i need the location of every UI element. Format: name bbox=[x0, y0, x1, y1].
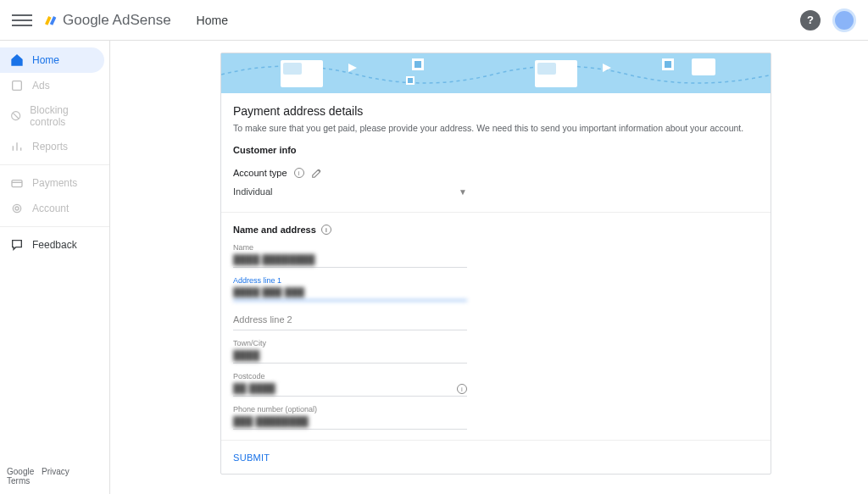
footer-help: ? Need help? Visit our Help Centre. bbox=[220, 475, 771, 494]
help-icon[interactable]: ? bbox=[800, 10, 821, 31]
svg-rect-7 bbox=[415, 61, 421, 68]
town-label: Town/City bbox=[233, 339, 467, 347]
addr1-label: Address line 1 bbox=[233, 276, 467, 285]
account-type-label: Account type bbox=[233, 168, 287, 178]
addr2-input[interactable]: Address line 2 bbox=[233, 309, 467, 330]
town-input[interactable]: ████ bbox=[233, 347, 467, 363]
svg-rect-9 bbox=[408, 78, 413, 83]
sidebar-item-payments[interactable]: Payments bbox=[0, 170, 104, 196]
adsense-logo-icon bbox=[41, 12, 58, 29]
svg-rect-0 bbox=[13, 81, 22, 91]
feedback-icon bbox=[10, 238, 24, 252]
sidebar-item-label: Feedback bbox=[32, 239, 77, 251]
account-avatar[interactable] bbox=[832, 8, 856, 32]
payments-icon bbox=[10, 176, 24, 190]
postcode-label: Postcode bbox=[233, 372, 467, 380]
card-title: Payment address details bbox=[233, 104, 759, 118]
info-icon[interactable]: i bbox=[321, 225, 331, 235]
ads-icon bbox=[10, 79, 24, 92]
footer-link-google[interactable]: Google bbox=[7, 467, 34, 476]
sidebar-divider bbox=[0, 164, 109, 165]
postcode-input[interactable]: ██ ████ bbox=[233, 380, 467, 396]
card-subtitle: To make sure that you get paid, please p… bbox=[233, 123, 759, 133]
sidebar-item-account[interactable]: Account bbox=[0, 196, 104, 221]
sidebar-item-ads[interactable]: Ads bbox=[0, 73, 104, 98]
sidebar-item-label: Payments bbox=[32, 177, 77, 189]
sidebar-item-feedback[interactable]: Feedback bbox=[0, 232, 104, 258]
sidebar-item-label: Account bbox=[32, 203, 69, 214]
sidebar-item-label: Home bbox=[32, 54, 59, 66]
account-icon bbox=[10, 202, 24, 215]
sidebar-item-reports[interactable]: Reports bbox=[0, 134, 104, 159]
menu-button[interactable] bbox=[12, 10, 32, 31]
sidebar-item-blocking[interactable]: Blocking controls bbox=[0, 98, 104, 134]
reports-icon bbox=[10, 140, 24, 153]
name-label: Name bbox=[233, 243, 467, 252]
banner-illustration bbox=[221, 53, 771, 93]
svg-rect-2 bbox=[12, 180, 22, 187]
account-type-value: Individual bbox=[233, 186, 272, 197]
svg-rect-11 bbox=[537, 63, 556, 75]
sidebar: Home Ads Blocking controls Reports Payme… bbox=[0, 41, 110, 494]
logo: Google AdSense bbox=[41, 12, 171, 29]
svg-rect-14 bbox=[692, 58, 715, 75]
account-type-select[interactable]: Individual ▼ bbox=[233, 184, 467, 200]
svg-rect-13 bbox=[665, 61, 671, 68]
blocking-icon bbox=[10, 109, 21, 123]
payment-card: Payment address details To make sure tha… bbox=[220, 53, 771, 475]
sidebar-item-label: Ads bbox=[32, 80, 50, 92]
svg-rect-5 bbox=[283, 63, 302, 75]
page-title: Home bbox=[197, 14, 228, 27]
info-icon[interactable]: i bbox=[294, 168, 304, 178]
edit-icon[interactable] bbox=[311, 167, 323, 179]
addr1-input[interactable] bbox=[233, 285, 467, 301]
product-name: Google AdSense bbox=[63, 12, 171, 29]
footer-link-terms[interactable]: Terms bbox=[7, 476, 30, 486]
submit-button[interactable]: SUBMIT bbox=[233, 452, 270, 463]
sidebar-footer: Google Privacy Terms bbox=[0, 458, 109, 494]
svg-point-3 bbox=[15, 207, 19, 210]
sidebar-item-label: Blocking controls bbox=[30, 104, 94, 128]
sidebar-item-label: Reports bbox=[32, 141, 68, 153]
sidebar-item-home[interactable]: Home bbox=[0, 47, 104, 73]
customer-info-label: Customer info bbox=[233, 145, 759, 155]
phone-input[interactable]: ███ ████████ bbox=[233, 414, 467, 429]
name-input[interactable]: ████ ████████ bbox=[233, 252, 467, 267]
sidebar-divider bbox=[0, 226, 109, 227]
home-icon bbox=[10, 53, 24, 67]
info-icon[interactable]: i bbox=[457, 384, 467, 394]
name-address-label: Name and address bbox=[233, 225, 316, 235]
footer-link-privacy[interactable]: Privacy bbox=[42, 467, 70, 476]
caret-down-icon: ▼ bbox=[459, 187, 467, 197]
phone-label: Phone number (optional) bbox=[233, 405, 467, 414]
